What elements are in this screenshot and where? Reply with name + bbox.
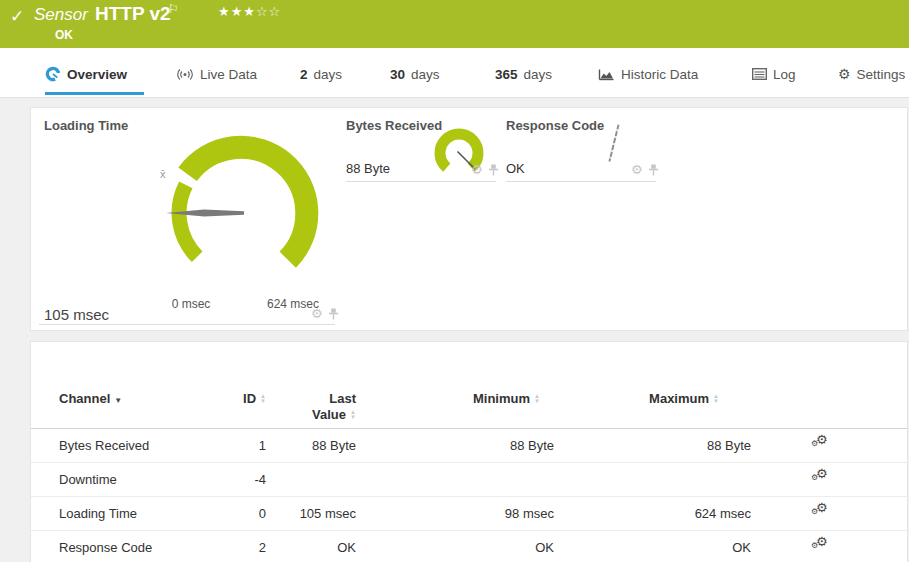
- channel-settings-icon[interactable]: ⚙⚙: [811, 534, 831, 552]
- active-tab-underline: [45, 92, 144, 95]
- settings-gear-icon: ⚙: [838, 66, 851, 82]
- tab-log[interactable]: Log: [752, 62, 796, 86]
- tab-number: 365: [495, 67, 518, 82]
- cell-maximum: [554, 463, 751, 496]
- tab-settings[interactable]: ⚙ Settings: [838, 62, 905, 86]
- tab-label: Historic Data: [621, 67, 698, 82]
- status-ok-check-icon: ✓: [10, 6, 24, 27]
- gear-icon[interactable]: ⚙: [471, 164, 483, 176]
- column-label: Channel: [59, 391, 110, 406]
- cell-last-value: 105 msec: [266, 497, 356, 530]
- channel-settings-icon[interactable]: ⚙⚙: [811, 466, 831, 484]
- prtg-sensor-page: ✓ Sensor HTTP v2 ⚐ ★★★☆☆ OK Overview Liv…: [0, 0, 909, 562]
- tab-label: Log: [773, 67, 796, 82]
- log-list-icon: [752, 68, 767, 80]
- cell-minimum: [356, 463, 554, 496]
- loading-time-gauge: x̄: [156, 128, 326, 298]
- gear-icon[interactable]: ⚙: [311, 308, 323, 320]
- gauge-section-title: Loading Time: [44, 118, 128, 133]
- response-code-gauge-needle: [608, 124, 619, 161]
- pin-icon[interactable]: [648, 164, 659, 176]
- column-header-id[interactable]: ID▲▼: [238, 391, 266, 428]
- flag-icon[interactable]: ⚐: [168, 2, 179, 16]
- gear-icon[interactable]: ⚙: [631, 164, 643, 176]
- table-row-downtime: Downtime -4 ⚙⚙: [31, 463, 907, 497]
- cell-channel: Loading Time: [31, 497, 238, 530]
- column-label: Value: [312, 407, 346, 422]
- section-divider: [39, 324, 335, 325]
- cell-maximum: 624 msec: [554, 497, 751, 530]
- pin-icon[interactable]: [328, 308, 339, 320]
- gauge-section-title: Bytes Received: [346, 118, 442, 133]
- cell-id: 1: [238, 429, 266, 462]
- column-header-last-value[interactable]: LastValue▲▼: [266, 391, 356, 428]
- sort-icon: ▲▼: [713, 394, 719, 404]
- tab-365-days[interactable]: 365 days: [495, 62, 552, 86]
- column-header-minimum[interactable]: Minimum▲▼: [356, 391, 554, 428]
- tab-label: days: [524, 67, 553, 82]
- response-code-value: OK: [506, 161, 525, 176]
- gauge-section-title: Response Code: [506, 118, 604, 133]
- tab-2-days[interactable]: 2 days: [300, 62, 342, 86]
- tab-label: Settings: [857, 67, 906, 82]
- sensor-title: HTTP v2: [95, 3, 171, 25]
- tab-label: Overview: [67, 67, 127, 82]
- response-code-actions: ⚙: [631, 164, 659, 176]
- average-marker: x̄: [160, 168, 166, 180]
- channel-settings-icon[interactable]: ⚙⚙: [811, 432, 831, 450]
- priority-stars[interactable]: ★★★☆☆: [218, 4, 281, 19]
- channels-panel: Channel▼ ID▲▼ LastValue▲▼ Minimum▲▼ Maxi…: [30, 341, 908, 562]
- cell-maximum: 88 Byte: [554, 429, 751, 462]
- cell-id: 2: [238, 531, 266, 562]
- table-row-response-code: Response Code 2 OK OK OK ⚙⚙: [31, 531, 907, 562]
- tab-historic-data[interactable]: Historic Data: [598, 62, 698, 86]
- gauge-min-label: 0 msec: [151, 297, 231, 311]
- cell-id: -4: [238, 463, 266, 496]
- column-header-maximum[interactable]: Maximum▲▼: [554, 391, 751, 428]
- cell-maximum: OK: [554, 531, 751, 562]
- column-label: Minimum: [473, 391, 530, 406]
- sensor-status-header: ✓ Sensor HTTP v2 ⚐ ★★★☆☆ OK: [0, 0, 909, 48]
- cell-last-value: [266, 463, 356, 496]
- table-row-bytes-received: Bytes Received 1 88 Byte 88 Byte 88 Byte…: [31, 429, 907, 463]
- loading-time-value: 105 msec: [44, 306, 109, 323]
- tab-live-data[interactable]: Live Data: [176, 62, 257, 86]
- column-header-channel[interactable]: Channel▼: [31, 391, 238, 428]
- cell-last-value: OK: [266, 531, 356, 562]
- sort-caret-icon: ▼: [114, 396, 122, 405]
- cell-channel: Bytes Received: [31, 429, 238, 462]
- cell-last-value: 88 Byte: [266, 429, 356, 462]
- cell-channel: Downtime: [31, 463, 238, 496]
- tab-30-days[interactable]: 30 days: [390, 62, 440, 86]
- column-label: Last: [329, 391, 356, 406]
- tab-number: 2: [300, 67, 308, 82]
- section-divider: [506, 181, 656, 182]
- tab-overview[interactable]: Overview: [45, 62, 127, 86]
- bytes-received-actions: ⚙: [471, 164, 499, 176]
- pin-icon[interactable]: [488, 164, 499, 176]
- gauges-panel: Loading Time x̄ 0 msec 624 msec 105 msec…: [30, 107, 908, 331]
- object-kind-label: Sensor: [34, 5, 88, 25]
- sort-icon: ▲▼: [350, 410, 356, 420]
- tab-label: Live Data: [200, 67, 257, 82]
- column-label: Maximum: [649, 391, 709, 406]
- table-row-loading-time: Loading Time 0 105 msec 98 msec 624 msec…: [31, 497, 907, 531]
- cell-minimum: 88 Byte: [356, 429, 554, 462]
- section-divider: [346, 181, 496, 182]
- cell-minimum: 98 msec: [356, 497, 554, 530]
- bytes-received-value: 88 Byte: [346, 161, 390, 176]
- gauge-icon: [45, 66, 61, 82]
- sort-icon: ▲▼: [260, 394, 266, 404]
- sort-icon: ▲▼: [534, 394, 540, 404]
- tab-label: days: [314, 67, 343, 82]
- stars-empty: ☆☆: [256, 4, 281, 19]
- channel-table-header: Channel▼ ID▲▼ LastValue▲▼ Minimum▲▼ Maxi…: [31, 342, 907, 429]
- channel-settings-icon[interactable]: ⚙⚙: [811, 500, 831, 518]
- historic-chart-icon: [598, 68, 615, 81]
- stars-filled: ★★★: [218, 4, 256, 19]
- cell-id: 0: [238, 497, 266, 530]
- tab-bar: Overview Live Data 2 days 30 days 365 da…: [0, 48, 909, 98]
- cell-minimum: OK: [356, 531, 554, 562]
- tab-label: days: [411, 67, 440, 82]
- cell-channel: Response Code: [31, 531, 238, 562]
